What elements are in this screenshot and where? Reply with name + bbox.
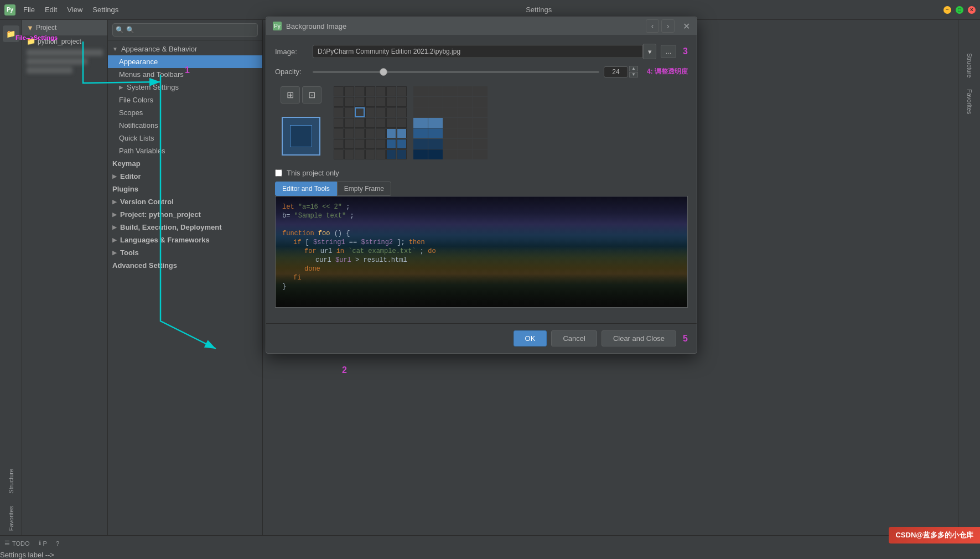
tree-item-notifications[interactable]: Notifications	[108, 119, 262, 132]
tree-item-path-variables-label: Path Variables	[119, 147, 165, 155]
tree-item-build[interactable]: ▶ Build, Execution, Deployment	[108, 221, 262, 234]
tree-item-appearance[interactable]: Appearance	[108, 55, 262, 68]
dialog-title: Background Image	[286, 22, 346, 30]
grid-cell-r	[473, 128, 488, 138]
project-root-label: python_project	[38, 38, 81, 45]
cancel-button[interactable]: Cancel	[551, 330, 597, 346]
todo-icon: ☰	[4, 540, 10, 547]
structure-side-label[interactable]: Structure	[966, 53, 973, 78]
grid-cell	[376, 128, 386, 138]
grid-preview-right	[413, 86, 488, 162]
help-item[interactable]: ?	[56, 540, 59, 547]
grid-cell	[376, 86, 386, 96]
tree-item-editor[interactable]: ▶ Editor	[108, 170, 262, 183]
code-url: $url	[335, 256, 351, 264]
vc-arrow: ▶	[112, 199, 117, 205]
code-redirect: > result.html	[355, 256, 407, 264]
tree-item-tools[interactable]: ▶ Tools	[108, 246, 262, 259]
opacity-down-button[interactable]: ▼	[629, 72, 638, 77]
grid-cell	[334, 118, 344, 128]
project-root-item[interactable]: 📁 python_project	[22, 35, 107, 47]
grid-cell	[355, 118, 365, 128]
menu-file[interactable]: File	[19, 4, 39, 15]
grid-cell-blue	[386, 128, 396, 138]
close-button[interactable]: ×	[968, 6, 976, 14]
image-path-input[interactable]	[313, 45, 643, 58]
layout-center-button[interactable]: ⊡	[302, 86, 322, 103]
structure-label[interactable]: Structure	[8, 464, 14, 498]
dialog-nav: ‹ ›	[646, 19, 675, 33]
grid-cell-r-blue2	[428, 128, 443, 138]
code-line-5: if [ $string1 == $string2 ]; then	[282, 239, 681, 246]
tree-item-advanced[interactable]: Advanced Settings	[108, 259, 262, 272]
square-preview-outer	[282, 117, 320, 156]
project-only-checkbox[interactable]	[275, 169, 282, 177]
tree-item-scopes-label: Scopes	[119, 108, 143, 117]
window-title: Settings	[134, 6, 943, 14]
opacity-row: Opacity: 24 ▲ ▼ 4: 调整透明度	[275, 66, 688, 77]
tree-item-keymap[interactable]: Keymap	[108, 157, 262, 170]
todo-item[interactable]: ☰ TODO	[4, 540, 30, 547]
menu-settings[interactable]: Settings	[88, 4, 123, 15]
grid-cell-r	[443, 149, 458, 159]
problems-item[interactable]: ℹ P	[39, 540, 47, 547]
tree-item-system-settings[interactable]: ▶ System Settings	[108, 81, 262, 94]
left-sidebar-icons: 📁 Structure Favorites	[0, 20, 22, 535]
grid-cell-selected	[355, 107, 365, 117]
grid-cells	[334, 86, 407, 159]
layout-tile-button[interactable]: ⊞	[281, 86, 300, 103]
image-path-dropdown[interactable]: ▾	[643, 44, 656, 59]
grid-cell-blue-darker	[397, 149, 407, 159]
grid-cell	[365, 139, 375, 149]
favorites-label[interactable]: Favorites	[8, 501, 14, 535]
tree-item-plugins[interactable]: Plugins	[108, 183, 262, 195]
image-path-row: Image: ▾ ... 3	[275, 44, 688, 59]
tree-item-file-colors[interactable]: File Colors	[108, 94, 262, 106]
tree-item-scopes[interactable]: Scopes	[108, 106, 262, 119]
dialog-close-button[interactable]: ✕	[683, 21, 690, 32]
project-icon[interactable]: 📁	[3, 25, 19, 42]
code-keyword-then: then	[409, 239, 425, 246]
settings-sidebar: 🔍 ▼ Appearance & Behavior Appearance	[108, 20, 263, 535]
nav-back-button[interactable]: ‹	[646, 19, 659, 33]
menu-view[interactable]: View	[63, 4, 87, 15]
tree-item-languages-label: Languages & Frameworks	[120, 236, 210, 244]
todo-label: TODO	[12, 540, 30, 547]
maximize-button[interactable]: □	[956, 6, 963, 14]
grid-cell-r	[443, 97, 458, 107]
code-keyword-for: for	[304, 247, 320, 255]
tree-item-path-variables[interactable]: Path Variables	[108, 144, 262, 157]
tree-item-version-control[interactable]: ▶ Version Control	[108, 195, 262, 208]
ok-button[interactable]: OK	[514, 330, 547, 346]
tree-item-project[interactable]: ▶ Project: python_project	[108, 208, 262, 221]
grid-cell	[334, 128, 344, 138]
opacity-slider[interactable]	[313, 71, 599, 73]
tree-item-menus-toolbars[interactable]: Menus and Toolbars	[108, 68, 262, 81]
tree-item-quick-lists[interactable]: Quick Lists	[108, 132, 262, 144]
favorites-side-label[interactable]: Favorites	[966, 89, 973, 114]
code-preview: let "a=16 << 2" ; b= "Sample text" ; fun…	[276, 196, 687, 307]
settings-search-input[interactable]	[112, 23, 258, 37]
image-browse-button[interactable]: ...	[661, 45, 676, 58]
grid-cell-r	[458, 86, 473, 96]
grid-cell	[344, 118, 354, 128]
grid-cell-r-blue4	[413, 149, 428, 159]
tab-editor-tools[interactable]: Editor and Tools	[275, 182, 337, 196]
tab-empty-frame[interactable]: Empty Frame	[337, 182, 391, 196]
grid-cell	[355, 128, 365, 138]
code-curl: curl	[315, 256, 335, 264]
code-keyword-done: done	[304, 265, 320, 273]
nav-forward-button[interactable]: ›	[661, 19, 675, 33]
minimize-button[interactable]: −	[943, 6, 951, 14]
tree-item-appearance-behavior[interactable]: ▼ Appearance & Behavior	[108, 43, 262, 55]
grid-cell-r	[458, 149, 473, 159]
grid-cell	[355, 97, 365, 107]
grid-cell-r	[473, 118, 488, 128]
code-string-2: "Sample text"	[294, 212, 346, 220]
grid-cell	[376, 107, 386, 117]
clear-close-button[interactable]: Clear and Close	[602, 330, 676, 346]
tree-item-languages[interactable]: ▶ Languages & Frameworks	[108, 234, 262, 246]
code-keyword-in: in	[336, 247, 349, 255]
opacity-up-button[interactable]: ▲	[629, 66, 638, 71]
menu-edit[interactable]: Edit	[40, 4, 61, 15]
